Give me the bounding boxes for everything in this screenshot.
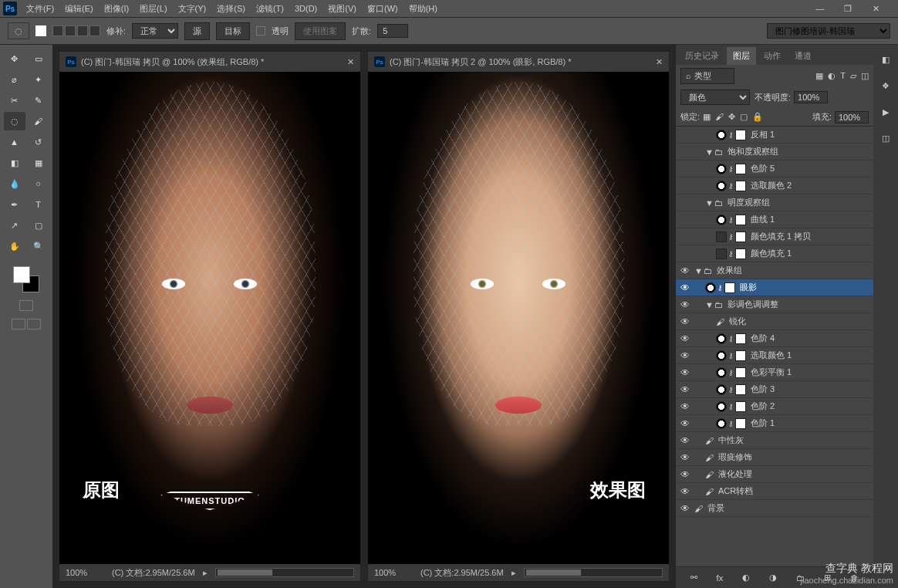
menu-select[interactable]: 选择(S) bbox=[217, 3, 245, 15]
layer-row[interactable]: 👁🖌液化处理 bbox=[676, 466, 873, 483]
window-minimize-icon[interactable]: — bbox=[815, 4, 825, 14]
layer-row[interactable]: 👁⚷色阶 3 bbox=[676, 381, 873, 398]
tab-channels[interactable]: 通道 bbox=[788, 47, 818, 65]
tab-layers[interactable]: 图层 bbox=[727, 47, 756, 65]
layer-name[interactable]: 眼影 bbox=[740, 282, 757, 293]
zoom-tool-icon[interactable]: 🔍 bbox=[28, 237, 49, 255]
layer-row[interactable]: ⚷曲线 1 bbox=[676, 211, 873, 228]
collapsed-layers-icon[interactable]: ❖ bbox=[877, 77, 894, 94]
layer-name[interactable]: 影调色调调整 bbox=[728, 299, 778, 310]
foreground-color-swatch[interactable] bbox=[13, 266, 30, 283]
layer-name[interactable]: 色阶 4 bbox=[751, 333, 775, 344]
hand-tool-icon[interactable]: ✋ bbox=[4, 237, 25, 255]
layer-name[interactable]: 色彩平衡 1 bbox=[751, 367, 792, 378]
visibility-toggle-icon[interactable]: 👁 bbox=[676, 316, 694, 327]
scrollbar-horizontal-right[interactable] bbox=[524, 568, 663, 577]
collapsed-play-icon[interactable]: ▶ bbox=[877, 103, 894, 120]
lock-position-icon[interactable]: 🖌 bbox=[715, 112, 724, 122]
close-icon[interactable]: ✕ bbox=[656, 57, 663, 67]
layer-row[interactable]: 👁⚷色彩平衡 1 bbox=[676, 364, 873, 381]
visibility-toggle-icon[interactable]: 👁 bbox=[676, 350, 694, 361]
visibility-toggle-icon[interactable]: 👁 bbox=[676, 265, 694, 276]
visibility-toggle-icon[interactable]: 👁 bbox=[676, 418, 694, 429]
filter-adjust-icon[interactable]: ◐ bbox=[828, 71, 836, 81]
menu-3d[interactable]: 3D(D) bbox=[295, 4, 317, 13]
visibility-toggle-icon[interactable]: 👁 bbox=[676, 486, 694, 497]
blur-tool-icon[interactable]: 💧 bbox=[4, 174, 25, 193]
layer-name[interactable]: 液化处理 bbox=[718, 468, 752, 480]
menu-image[interactable]: 图像(I) bbox=[104, 3, 129, 15]
patch-tool-icon[interactable]: ◌ bbox=[4, 112, 25, 130]
move-tool-icon[interactable]: ✥ bbox=[4, 49, 25, 68]
layer-row[interactable]: 👁▼🗀影调色调调整 bbox=[676, 296, 873, 313]
visibility-toggle-icon[interactable]: 👁 bbox=[676, 384, 694, 395]
layer-name[interactable]: 饱和度观察组 bbox=[728, 146, 778, 157]
filter-shape-icon[interactable]: ▱ bbox=[850, 71, 856, 81]
link-layers-icon[interactable]: ⚯ bbox=[690, 573, 697, 583]
current-tool-icon[interactable]: ◌ bbox=[8, 22, 29, 39]
window-close-icon[interactable]: ✕ bbox=[870, 4, 881, 14]
scrollbar-horizontal-left[interactable] bbox=[215, 568, 354, 577]
close-icon[interactable]: ✕ bbox=[347, 57, 354, 67]
tab-history[interactable]: 历史记录 bbox=[679, 47, 725, 65]
menu-filter[interactable]: 滤镜(T) bbox=[256, 3, 284, 15]
type-tool-icon[interactable]: T bbox=[28, 195, 49, 214]
layer-name[interactable]: 锐化 bbox=[729, 316, 746, 327]
source-button[interactable]: 源 bbox=[184, 22, 210, 40]
layer-row[interactable]: ⚷颜色填充 1 拷贝 bbox=[676, 228, 873, 245]
layer-row[interactable]: 👁⚷眼影 bbox=[676, 279, 873, 296]
visibility-toggle-icon[interactable]: 👁 bbox=[676, 435, 694, 446]
eraser-tool-icon[interactable]: ◧ bbox=[4, 154, 25, 172]
marquee-tool-icon[interactable]: ▭ bbox=[28, 49, 49, 68]
patch-mode-icons[interactable] bbox=[52, 25, 100, 36]
menu-window[interactable]: 窗口(W) bbox=[367, 3, 398, 15]
visibility-toggle-icon[interactable]: 👁 bbox=[676, 299, 694, 310]
visibility-toggle-icon[interactable]: 👁 bbox=[676, 367, 694, 378]
collapsed-channels-icon[interactable]: ◫ bbox=[877, 130, 894, 147]
layer-name[interactable]: 明度观察组 bbox=[728, 197, 770, 208]
chevron-right-icon[interactable]: ▸ bbox=[203, 568, 208, 578]
layer-name[interactable]: 色阶 3 bbox=[751, 384, 775, 395]
document-tab-right[interactable]: Ps (C) 图门-韩国瑞 拷贝 2 @ 100% (眼影, RGB/8) * … bbox=[368, 52, 669, 72]
layer-row[interactable]: 👁🖌ACR转档 bbox=[676, 483, 873, 500]
brush-tool-icon[interactable]: 🖌 bbox=[28, 112, 49, 130]
layer-row[interactable]: ▼🗀明度观察组 bbox=[676, 194, 873, 211]
history-brush-tool-icon[interactable]: ↺ bbox=[28, 133, 49, 151]
fill-value[interactable]: 100% bbox=[835, 111, 869, 123]
eyedropper-tool-icon[interactable]: ✎ bbox=[28, 91, 49, 110]
layer-fx-icon[interactable]: fx bbox=[717, 573, 724, 583]
quickmask-icon[interactable] bbox=[19, 300, 33, 311]
layer-name[interactable]: ACR转档 bbox=[718, 485, 753, 497]
collapsed-panel-icon[interactable]: ◧ bbox=[877, 51, 894, 68]
layer-name[interactable]: 中性灰 bbox=[718, 434, 744, 446]
lasso-tool-icon[interactable]: ⌀ bbox=[4, 70, 25, 89]
lock-artboard-icon[interactable]: ▢ bbox=[740, 112, 748, 122]
layer-name[interactable]: 瑕疵修饰 bbox=[718, 451, 752, 463]
layer-name[interactable]: 选取颜色 1 bbox=[751, 350, 792, 361]
lock-pixels-icon[interactable]: ▦ bbox=[703, 112, 711, 122]
folder-arrow-icon[interactable]: ▼ bbox=[694, 266, 704, 275]
layer-name[interactable]: 色阶 2 bbox=[751, 400, 775, 412]
canvas-left[interactable]: 原图 TUMENSTUDIO bbox=[59, 72, 360, 564]
layer-name[interactable]: 色阶 5 bbox=[751, 163, 775, 174]
layer-row[interactable]: 👁▼🗀效果组 bbox=[676, 262, 873, 279]
layer-mask-icon[interactable]: ◐ bbox=[742, 573, 750, 583]
layer-name[interactable]: 曲线 1 bbox=[751, 214, 775, 225]
layer-name[interactable]: 反相 1 bbox=[751, 129, 775, 140]
layer-row[interactable]: 👁🖌背景 bbox=[676, 500, 873, 517]
window-restore-icon[interactable]: ❐ bbox=[842, 4, 853, 14]
layer-name[interactable]: 效果组 bbox=[717, 265, 742, 276]
opacity-value[interactable]: 100% bbox=[794, 91, 828, 103]
layer-row[interactable]: 👁🖌中性灰 bbox=[676, 432, 873, 449]
menu-help[interactable]: 帮助(H) bbox=[409, 3, 437, 15]
zoom-value-right[interactable]: 100% bbox=[374, 568, 413, 577]
layer-row[interactable]: ⚷颜色填充 1 bbox=[676, 245, 873, 262]
dest-button[interactable]: 目标 bbox=[216, 22, 250, 40]
lock-all-icon[interactable]: 🔒 bbox=[752, 112, 763, 122]
transparent-checkbox[interactable] bbox=[256, 26, 265, 35]
layer-row[interactable]: 👁⚷色阶 4 bbox=[676, 330, 873, 347]
layer-row[interactable]: 👁🖌锐化 bbox=[676, 313, 873, 330]
stamp-tool-icon[interactable]: ▲ bbox=[4, 133, 25, 151]
layer-name[interactable]: 颜色填充 1 bbox=[751, 248, 792, 259]
gradient-tool-icon[interactable]: ▦ bbox=[28, 154, 49, 172]
